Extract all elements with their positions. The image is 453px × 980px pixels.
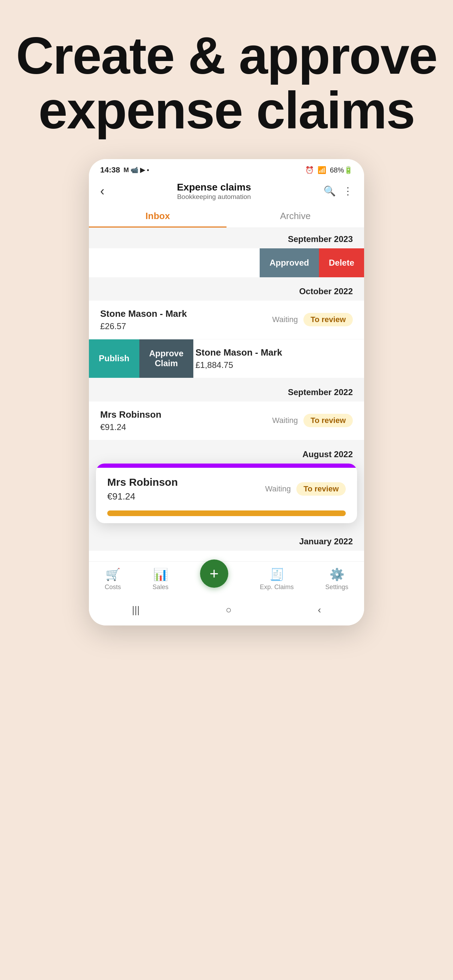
item-status: Waiting [272, 416, 298, 425]
list-item[interactable]: Mrs Robinson €91.24 Waiting To review [89, 401, 364, 440]
approve-claim-swipe-button[interactable]: Approve Claim [139, 339, 193, 378]
nav-settings[interactable]: ⚙️ Settings [325, 567, 348, 591]
list-item[interactable]: Approved Delete Approved Ready [89, 248, 364, 277]
android-back-btn[interactable]: ‹ [318, 604, 321, 616]
phone-mockup: 14:38 M 📹 ▶ • ⏰ 📶 68%🔋 ‹ Expense claims … [89, 159, 364, 625]
list-item[interactable]: Stone Mason - Mark £26.57 Waiting To rev… [89, 301, 364, 339]
status-icons: ⏰ 📶 68%🔋 [305, 166, 353, 174]
android-home-btn[interactable]: ○ [226, 604, 232, 616]
search-icon[interactable]: 🔍 [324, 185, 336, 197]
expense-list: September 2023 Approved Delete Approved … [89, 228, 364, 561]
sales-icon: 📊 [153, 567, 168, 581]
floating-card[interactable]: Mrs Robinson €91.24 Waiting To review [96, 463, 357, 523]
settings-icon: ⚙️ [329, 567, 344, 581]
item-amount: £26.57 [100, 321, 272, 331]
costs-label: Costs [105, 584, 121, 591]
hero-title: Create & approve expense claims [7, 28, 446, 138]
status-time: 14:38 M 📹 ▶ • [100, 165, 149, 175]
card-badge: To review [296, 482, 346, 496]
publish-swipe-button[interactable]: Publish [89, 339, 139, 378]
section-header-jan2022: January 2022 [89, 530, 364, 550]
status-bar: 14:38 M 📹 ▶ • ⏰ 📶 68%🔋 [89, 159, 364, 178]
section-header-oct2022: October 2022 [89, 280, 364, 301]
section-header-sep2022: September 2022 [89, 381, 364, 401]
nav-exp-claims[interactable]: 🧾 Exp. Claims [260, 567, 294, 591]
item-status: Waiting [272, 315, 298, 324]
section-header-sep2023: September 2023 [89, 228, 364, 248]
app-title: Expense claims [105, 182, 324, 193]
fab-add-button[interactable]: + [200, 560, 228, 588]
back-button[interactable]: ‹ [100, 184, 105, 199]
hero-line1: Create & approve [16, 27, 437, 85]
delete-swipe-button[interactable]: Delete [319, 248, 364, 277]
section-header-aug2022: August 2022 [89, 443, 364, 463]
exp-claims-icon: 🧾 [270, 567, 285, 581]
nav-sales[interactable]: 📊 Sales [153, 567, 168, 591]
tab-bar: Inbox Archive [89, 204, 364, 228]
hero-line2: expense claims [38, 81, 415, 139]
settings-label: Settings [325, 584, 348, 591]
card-status: Waiting [265, 484, 291, 493]
item-amount: £1,884.75 [196, 360, 353, 370]
costs-icon: 🛒 [105, 567, 120, 581]
card-amount: €91.24 [107, 491, 178, 502]
bottom-nav: 🛒 Costs 📊 Sales + 🧾 Exp. Claims ⚙️ Setti… [89, 561, 364, 597]
item-name: Mrs Robinson [100, 409, 272, 420]
item-amount: €91.24 [100, 422, 272, 432]
app-subtitle: Bookkeeping automation [105, 193, 324, 201]
app-header: ‹ Expense claims Bookkeeping automation … [89, 178, 364, 201]
exp-claims-label: Exp. Claims [260, 584, 294, 591]
card-name: Mrs Robinson [107, 476, 178, 488]
archive-swipe-button[interactable]: Approved [260, 248, 319, 277]
item-name: Stone Mason - Mark [196, 347, 353, 358]
tab-inbox[interactable]: Inbox [89, 204, 227, 228]
list-item[interactable]: Publish Approve Claim Stone Mason - Mark… [89, 339, 364, 378]
status-badge: To review [304, 414, 353, 427]
item-name: Stone Mason - Mark [100, 308, 272, 319]
fab-icon: + [210, 565, 219, 582]
android-nav-bar: ||| ○ ‹ [89, 597, 364, 625]
menu-icon[interactable]: ⋮ [343, 185, 353, 197]
sales-label: Sales [153, 584, 168, 591]
tab-archive[interactable]: Archive [227, 204, 364, 228]
nav-costs[interactable]: 🛒 Costs [105, 567, 121, 591]
hero-section: Create & approve expense claims [0, 0, 453, 159]
card-accent [96, 463, 357, 468]
status-badge: To review [304, 313, 353, 326]
android-menu-btn[interactable]: ||| [132, 604, 140, 616]
